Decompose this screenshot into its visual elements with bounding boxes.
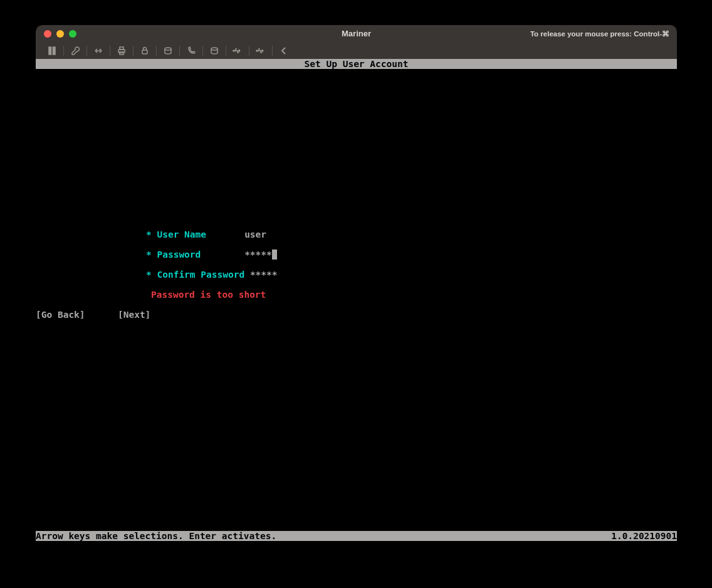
svg-point-8 xyxy=(233,50,234,51)
traffic-lights xyxy=(36,30,76,38)
confirm-password-field[interactable]: ***** xyxy=(250,270,278,280)
usb2-icon[interactable] xyxy=(251,45,271,57)
separator xyxy=(63,46,64,56)
error-row: Password is too short xyxy=(151,290,266,300)
window-titlebar: Mariner To release your mouse press: Con… xyxy=(36,25,677,42)
svg-rect-5 xyxy=(142,50,147,54)
separator xyxy=(110,46,110,56)
footer-bar: Arrow keys make selections. Enter activa… xyxy=(36,531,677,541)
screen-title: Set Up User Account xyxy=(36,59,677,69)
separator xyxy=(133,46,134,56)
vm-toolbar xyxy=(36,42,677,59)
password-label: * Password xyxy=(146,249,244,260)
password-row: * Password ***** xyxy=(146,249,277,260)
svg-point-6 xyxy=(165,48,171,50)
separator xyxy=(272,46,273,56)
cursor-icon xyxy=(272,249,277,260)
wrench-icon[interactable] xyxy=(65,45,85,57)
resize-icon[interactable] xyxy=(88,45,108,57)
password-field[interactable]: ***** xyxy=(244,249,272,260)
username-label: * User Name xyxy=(146,229,244,239)
disk-icon[interactable] xyxy=(158,45,178,57)
minimize-icon[interactable] xyxy=(56,30,64,38)
usb-icon[interactable] xyxy=(228,45,248,57)
next-button[interactable]: [Next] xyxy=(118,310,150,320)
svg-rect-3 xyxy=(120,47,123,50)
svg-rect-0 xyxy=(49,47,51,55)
button-gap xyxy=(85,310,118,320)
go-back-button[interactable]: [Go Back] xyxy=(36,310,85,320)
confirm-password-row: * Confirm Password ***** xyxy=(146,270,278,280)
svg-point-9 xyxy=(256,50,258,51)
username-row: * User Name user xyxy=(146,229,266,239)
footer-version: 1.0.20210901 xyxy=(611,531,677,541)
separator xyxy=(86,46,87,56)
svg-point-7 xyxy=(211,48,217,50)
maximize-icon[interactable] xyxy=(69,30,76,38)
footer-help: Arrow keys make selections. Enter activa… xyxy=(36,531,276,541)
phone-icon[interactable] xyxy=(181,45,201,57)
confirm-password-label: * Confirm Password xyxy=(146,270,250,280)
username-field[interactable]: user xyxy=(244,229,266,239)
svg-rect-1 xyxy=(53,47,56,55)
separator xyxy=(249,46,249,56)
vm-window: Mariner To release your mouse press: Con… xyxy=(36,25,677,541)
lock-icon[interactable] xyxy=(135,45,155,57)
separator xyxy=(226,46,226,56)
separator xyxy=(156,46,157,56)
disk2-icon[interactable] xyxy=(204,45,224,57)
separator xyxy=(179,46,180,56)
error-message: Password is too short xyxy=(151,290,266,300)
terminal-screen: Set Up User Account * User Name user * P… xyxy=(36,59,677,541)
window-title: Mariner xyxy=(342,29,371,38)
close-icon[interactable] xyxy=(44,30,51,38)
svg-rect-4 xyxy=(120,52,123,55)
pause-icon[interactable] xyxy=(42,45,62,57)
separator xyxy=(202,46,203,56)
release-mouse-hint: To release your mouse press: Control-⌘ xyxy=(530,29,669,38)
chevron-left-icon[interactable] xyxy=(274,45,294,57)
printer-icon[interactable] xyxy=(112,45,132,57)
nav-row: [Go Back] [Next] xyxy=(36,310,677,320)
